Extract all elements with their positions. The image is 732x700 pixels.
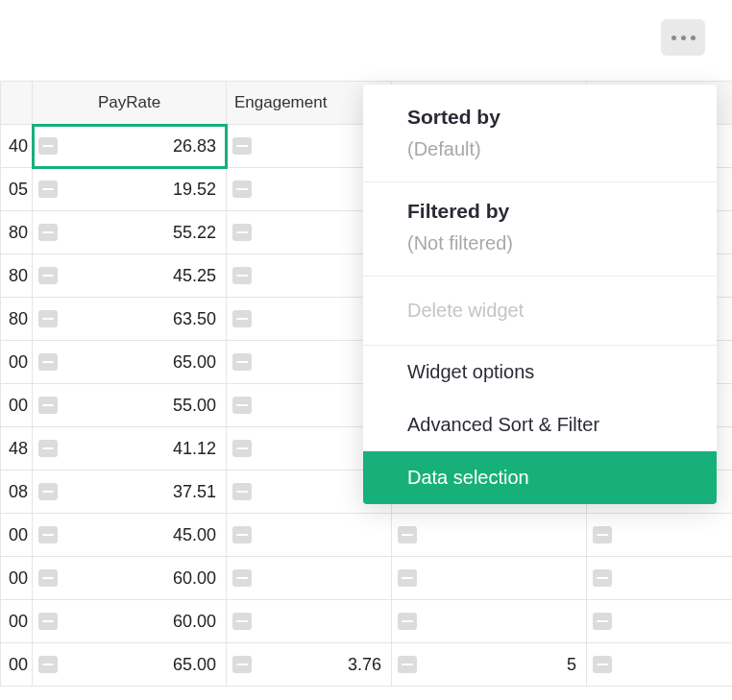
cell[interactable]: 55.00: [33, 384, 227, 427]
cell[interactable]: [227, 557, 392, 600]
cell-value: 37.51: [146, 482, 216, 502]
row-icon: [232, 440, 252, 457]
cell[interactable]: 45.00: [33, 514, 227, 557]
row-icon: [232, 483, 252, 500]
cell[interactable]: 65.00: [33, 341, 227, 384]
cell[interactable]: 48: [1, 427, 33, 471]
row-icon: [38, 353, 58, 371]
cell-value: 60.00: [146, 568, 216, 589]
cell[interactable]: 45.25: [33, 254, 227, 298]
cell[interactable]: [587, 557, 733, 600]
row-icon: [38, 440, 58, 457]
cell[interactable]: 00: [1, 341, 33, 384]
cell[interactable]: 80: [1, 254, 33, 298]
column-header-payrate[interactable]: PayRate: [33, 82, 227, 125]
cell[interactable]: [227, 600, 392, 643]
cell[interactable]: 60.00: [33, 600, 227, 643]
cell[interactable]: 41.12: [33, 427, 227, 471]
cell[interactable]: 3.76: [227, 643, 392, 687]
table-row: 0060.00: [1, 600, 733, 643]
filtered-by-section[interactable]: Filtered by (Not filtered): [363, 182, 717, 277]
row-icon: [593, 569, 612, 587]
cell-value: 3.76: [321, 655, 381, 675]
row-icon: [38, 181, 58, 198]
cell[interactable]: 19.52: [33, 168, 227, 211]
cell[interactable]: 00: [1, 643, 33, 687]
row-icon: [593, 613, 612, 630]
data-selection-item[interactable]: Data selection: [363, 451, 717, 504]
cell[interactable]: 37.51: [33, 471, 227, 514]
row-icon: [398, 526, 417, 543]
cell[interactable]: [392, 600, 587, 643]
cell[interactable]: 00: [1, 557, 33, 600]
cell-value: 63.50: [146, 309, 216, 329]
cell-value: 45.00: [146, 525, 216, 545]
cell[interactable]: 60.00: [33, 557, 227, 600]
dots-icon: [671, 36, 676, 40]
cell-value: 45.25: [146, 266, 216, 286]
row-icon: [232, 310, 252, 327]
cell[interactable]: 40: [1, 125, 33, 168]
cell[interactable]: 00: [1, 600, 33, 643]
row-icon: [38, 310, 58, 327]
cell[interactable]: 26.83: [33, 125, 227, 168]
sorted-by-label: Sorted by: [407, 106, 690, 129]
cell[interactable]: [587, 600, 733, 643]
filtered-by-label: Filtered by: [407, 200, 690, 223]
column-header-blank[interactable]: [1, 82, 33, 125]
delete-widget-item: Delete widget: [363, 277, 717, 346]
row-icon: [593, 526, 612, 543]
cell[interactable]: 05: [1, 168, 33, 211]
table-row: 0065.003.765: [1, 643, 733, 687]
row-icon: [38, 613, 58, 630]
cell[interactable]: 80: [1, 211, 33, 254]
more-options-button[interactable]: [661, 19, 705, 56]
cell-value: 55.22: [146, 223, 216, 243]
sorted-by-value: (Default): [407, 138, 690, 160]
row-icon: [38, 569, 58, 587]
row-icon: [232, 181, 252, 198]
cell[interactable]: 65.00: [33, 643, 227, 687]
row-icon: [38, 483, 58, 500]
widget-options-item[interactable]: Widget options: [363, 346, 717, 398]
cell[interactable]: 80: [1, 298, 33, 341]
cell[interactable]: [392, 557, 587, 600]
cell[interactable]: [587, 643, 733, 687]
cell-value: 60.00: [146, 612, 216, 632]
row-icon: [232, 267, 252, 284]
cell[interactable]: 08: [1, 471, 33, 514]
cell-value: 5: [540, 655, 576, 675]
filtered-by-value: (Not filtered): [407, 232, 690, 254]
cell-value: 41.12: [146, 439, 216, 459]
row-icon: [38, 137, 58, 155]
cell[interactable]: 55.22: [33, 211, 227, 254]
row-icon: [232, 569, 252, 587]
row-icon: [232, 656, 252, 673]
advanced-sort-item[interactable]: Advanced Sort & Filter: [363, 398, 717, 451]
cell[interactable]: [227, 514, 392, 557]
cell[interactable]: 5: [392, 643, 587, 687]
row-icon: [232, 397, 252, 414]
row-icon: [38, 397, 58, 414]
row-icon: [38, 267, 58, 284]
row-icon: [398, 613, 417, 630]
cell[interactable]: [392, 514, 587, 557]
row-icon: [232, 224, 252, 241]
dots-icon: [691, 36, 695, 40]
row-icon: [593, 656, 612, 673]
widget-menu-popover: Sorted by (Default) Filtered by (Not fil…: [363, 84, 717, 504]
row-icon: [398, 656, 417, 673]
cell[interactable]: 00: [1, 514, 33, 557]
cell[interactable]: [587, 514, 733, 557]
cell[interactable]: 00: [1, 384, 33, 427]
cell[interactable]: 63.50: [33, 298, 227, 341]
row-icon: [38, 526, 58, 543]
cell-value: 26.83: [146, 136, 216, 157]
row-icon: [232, 137, 252, 155]
cell-value: 65.00: [146, 352, 216, 373]
cell-value: 19.52: [146, 180, 216, 200]
table-row: 0045.00: [1, 514, 733, 557]
row-icon: [232, 613, 252, 630]
sorted-by-section[interactable]: Sorted by (Default): [363, 84, 717, 182]
row-icon: [398, 569, 417, 587]
